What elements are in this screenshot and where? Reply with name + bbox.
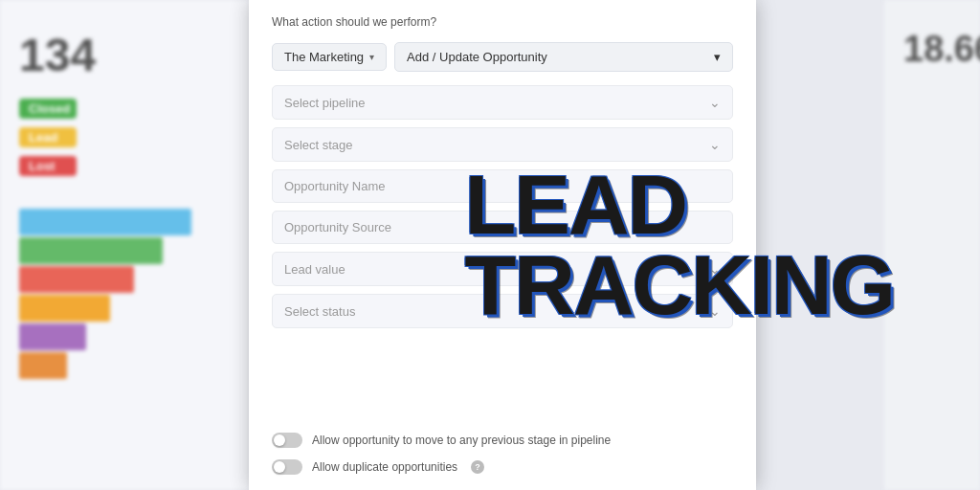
- toggle-row-2: Allow duplicate opportunities ?: [272, 459, 733, 475]
- modal-card: What action should we perform? The Marke…: [249, 0, 756, 490]
- lead-value-placeholder: Lead value: [284, 262, 345, 277]
- action-chevron-icon: ▾: [714, 50, 721, 64]
- bg-left-number: 134: [19, 29, 230, 81]
- pipeline-select[interactable]: Select pipeline: [272, 85, 733, 120]
- background-stats: 134 Closed Lead Lost: [0, 0, 249, 490]
- funnel-chart: [19, 209, 230, 379]
- opportunity-name-field[interactable]: Opportunity Name: [272, 169, 733, 203]
- background-right: 18.66: [884, 0, 980, 490]
- stage-select[interactable]: Select stage: [272, 127, 733, 162]
- badge-closed: Closed: [19, 99, 77, 119]
- toggle-row-1: Allow opportunity to move to any previou…: [272, 433, 733, 448]
- opportunity-name-placeholder: Opportunity Name: [284, 179, 386, 193]
- bg-right-number: 18.66: [903, 29, 961, 70]
- help-icon[interactable]: ?: [471, 460, 484, 474]
- status-placeholder: Select status: [284, 304, 355, 319]
- badge-lead: Lead: [19, 127, 77, 147]
- toggle-previous-stage[interactable]: [272, 433, 302, 448]
- action-dropdown[interactable]: Add / Update Opportunity ▾: [394, 42, 733, 72]
- toggle-duplicate-label: Allow duplicate opportunities: [312, 460, 457, 474]
- toggle-previous-stage-label: Allow opportunity to move to any previou…: [312, 434, 611, 447]
- fields-container: Select pipeline Select stage Opportunity…: [272, 85, 733, 421]
- stage-placeholder: Select stage: [284, 138, 353, 152]
- badge-lost: Lost: [19, 156, 77, 176]
- lead-value-field[interactable]: Lead value: [272, 252, 733, 286]
- source-dropdown[interactable]: The Marketing ▾: [272, 43, 387, 71]
- action-dropdown-label: Add / Update Opportunity: [407, 50, 547, 64]
- section-label: What action should we perform?: [272, 15, 733, 29]
- toggle-duplicate[interactable]: [272, 459, 302, 475]
- source-chevron-icon: ▾: [369, 52, 374, 62]
- opportunity-source-placeholder: Opportunity Source: [284, 220, 391, 234]
- status-select[interactable]: Select status: [272, 294, 733, 328]
- pipeline-placeholder: Select pipeline: [284, 96, 366, 110]
- source-dropdown-label: The Marketing: [284, 50, 364, 64]
- action-row: The Marketing ▾ Add / Update Opportunity…: [272, 42, 733, 72]
- opportunity-source-field[interactable]: Opportunity Source: [272, 211, 733, 244]
